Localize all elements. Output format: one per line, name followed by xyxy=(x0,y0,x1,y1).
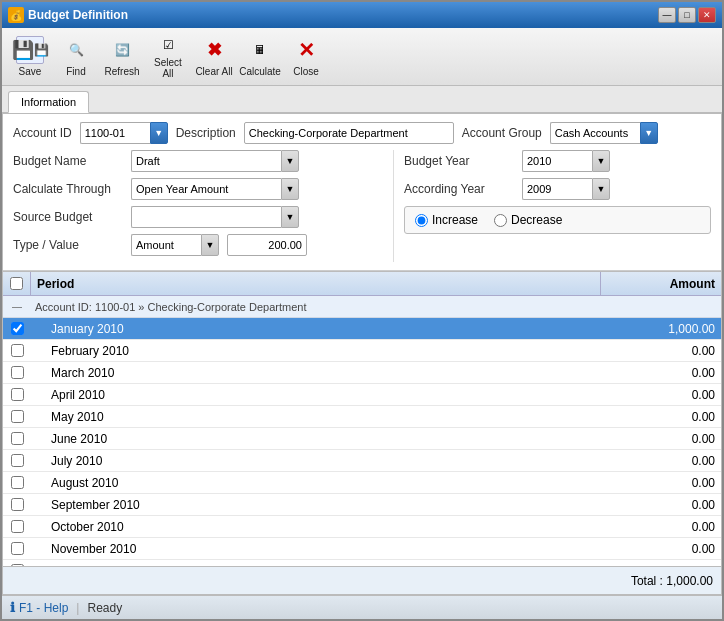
description-input[interactable]: Checking-Corporate Department xyxy=(244,122,454,144)
table-row[interactable]: October 2010 0.00 xyxy=(3,516,721,538)
find-button[interactable]: 🔍 Find xyxy=(54,32,98,82)
close-button[interactable]: ✕ Close xyxy=(284,32,328,82)
type-dropdown-btn[interactable]: ▼ xyxy=(201,234,219,256)
description-label: Description xyxy=(176,126,236,140)
row-amount: 0.00 xyxy=(601,388,721,402)
budget-year-field: 2010 ▼ xyxy=(522,150,610,172)
account-group-input[interactable]: Cash Accounts xyxy=(550,122,640,144)
type-input[interactable]: Amount xyxy=(131,234,201,256)
left-col: Budget Name Draft ▼ Calculate Through Op… xyxy=(13,150,393,262)
type-value-row: Type / Value Amount ▼ 200.00 xyxy=(13,234,383,256)
source-budget-input[interactable] xyxy=(131,206,281,228)
increase-radio[interactable] xyxy=(415,214,428,227)
according-year-field: 2009 ▼ xyxy=(522,178,610,200)
row-checkbox[interactable] xyxy=(11,344,24,357)
restore-button[interactable]: □ xyxy=(678,7,696,23)
status-bar: ℹ F1 - Help | Ready xyxy=(2,595,722,619)
calculate-through-dropdown-btn[interactable]: ▼ xyxy=(281,178,299,200)
table-row[interactable]: April 2010 0.00 xyxy=(3,384,721,406)
table-row[interactable]: February 2010 0.00 xyxy=(3,340,721,362)
calculate-through-input[interactable]: Open Year Amount xyxy=(131,178,281,200)
table-row[interactable]: August 2010 0.00 xyxy=(3,472,721,494)
table-row[interactable]: September 2010 0.00 xyxy=(3,494,721,516)
save-label: Save xyxy=(19,66,42,77)
increase-label: Increase xyxy=(432,213,478,227)
refresh-label: Refresh xyxy=(104,66,139,77)
clear-all-button[interactable]: ✖ Clear All xyxy=(192,32,236,82)
status-separator: | xyxy=(76,601,79,615)
row-checkbox[interactable] xyxy=(11,388,24,401)
table-row[interactable]: January 2010 1,000.00 xyxy=(3,318,721,340)
refresh-button[interactable]: 🔄 Refresh xyxy=(100,32,144,82)
according-year-input[interactable]: 2009 xyxy=(522,178,592,200)
increase-decrease-container: Increase Decrease xyxy=(404,206,711,234)
according-year-dropdown-btn[interactable]: ▼ xyxy=(592,178,610,200)
row-checkbox-cell xyxy=(3,322,31,335)
row-checkbox[interactable] xyxy=(11,432,24,445)
row-period: February 2010 xyxy=(31,344,601,358)
type-field: Amount ▼ xyxy=(131,234,219,256)
table-row[interactable]: June 2010 0.00 xyxy=(3,428,721,450)
grid-group-row: — Account ID: 1100-01 » Checking-Corpora… xyxy=(3,296,721,318)
row-checkbox-cell xyxy=(3,432,31,445)
decrease-radio[interactable] xyxy=(494,214,507,227)
row-checkbox-cell xyxy=(3,498,31,511)
row-period: September 2010 xyxy=(31,498,601,512)
account-id-dropdown-btn[interactable]: ▼ xyxy=(150,122,168,144)
group-collapse-icon[interactable]: — xyxy=(3,301,31,312)
account-group-field: Cash Accounts ▼ xyxy=(550,122,658,144)
budget-year-input[interactable]: 2010 xyxy=(522,150,592,172)
increase-option[interactable]: Increase xyxy=(415,213,478,227)
select-all-checkbox[interactable] xyxy=(10,277,23,290)
row-period: May 2010 xyxy=(31,410,601,424)
content-area: Account ID 1100-01 ▼ Description Checkin… xyxy=(2,113,722,595)
budget-name-input[interactable]: Draft xyxy=(131,150,281,172)
row-period: June 2010 xyxy=(31,432,601,446)
row-amount: 0.00 xyxy=(601,520,721,534)
row-checkbox[interactable] xyxy=(11,476,24,489)
table-row[interactable]: March 2010 0.00 xyxy=(3,362,721,384)
row-amount: 0.00 xyxy=(601,432,721,446)
calculate-through-row: Calculate Through Open Year Amount ▼ xyxy=(13,178,383,200)
minimize-button[interactable]: — xyxy=(658,7,676,23)
help-link[interactable]: ℹ F1 - Help xyxy=(10,600,68,615)
two-col-layout: Budget Name Draft ▼ Calculate Through Op… xyxy=(13,150,711,262)
budget-year-dropdown-btn[interactable]: ▼ xyxy=(592,150,610,172)
help-text: F1 - Help xyxy=(19,601,68,615)
table-row[interactable]: July 2010 0.00 xyxy=(3,450,721,472)
row-checkbox-cell xyxy=(3,344,31,357)
row-checkbox[interactable] xyxy=(11,498,24,511)
group-label: Account ID: 1100-01 » Checking-Corporate… xyxy=(31,301,721,313)
table-row[interactable]: November 2010 0.00 xyxy=(3,538,721,560)
row-period: August 2010 xyxy=(31,476,601,490)
source-budget-dropdown-btn[interactable]: ▼ xyxy=(281,206,299,228)
save-icon: 💾 xyxy=(16,36,44,64)
row-checkbox[interactable] xyxy=(11,322,24,335)
row-checkbox[interactable] xyxy=(11,542,24,555)
row-checkbox-cell xyxy=(3,388,31,401)
grid-container: Period Amount — Account ID: 1100-01 » Ch… xyxy=(3,271,721,594)
account-id-field: 1100-01 ▼ xyxy=(80,122,168,144)
clear-all-label: Clear All xyxy=(195,66,232,77)
row-checkbox[interactable] xyxy=(11,410,24,423)
row-checkbox[interactable] xyxy=(11,454,24,467)
row-checkbox[interactable] xyxy=(11,366,24,379)
window-controls: — □ ✕ xyxy=(658,7,716,23)
decrease-option[interactable]: Decrease xyxy=(494,213,562,227)
select-all-button[interactable]: ☑ Select All xyxy=(146,32,190,82)
table-row[interactable]: May 2010 0.00 xyxy=(3,406,721,428)
save-button[interactable]: 💾 Save xyxy=(8,32,52,82)
account-id-input[interactable]: 1100-01 xyxy=(80,122,150,144)
amount-input[interactable]: 200.00 xyxy=(227,234,307,256)
window-close-button[interactable]: ✕ xyxy=(698,7,716,23)
find-label: Find xyxy=(66,66,85,77)
calculate-button[interactable]: 🖩 Calculate xyxy=(238,32,282,82)
title-bar: 💰 Budget Definition — □ ✕ xyxy=(2,2,722,28)
row-amount: 0.00 xyxy=(601,454,721,468)
budget-name-dropdown-btn[interactable]: ▼ xyxy=(281,150,299,172)
account-group-dropdown-btn[interactable]: ▼ xyxy=(640,122,658,144)
tab-information[interactable]: Information xyxy=(8,91,89,113)
row-amount: 0.00 xyxy=(601,476,721,490)
row-checkbox[interactable] xyxy=(11,520,24,533)
grid-footer: Total : 1,000.00 xyxy=(3,566,721,594)
